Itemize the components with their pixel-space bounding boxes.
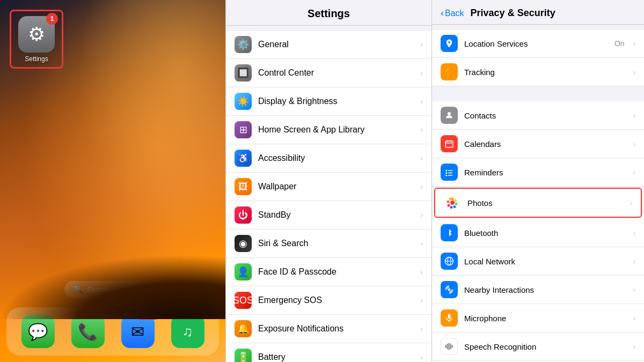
back-label: Back — [445, 9, 464, 18]
bluetooth-privacy-label: Bluetooth — [464, 228, 618, 238]
chevron-right-icon: › — [420, 69, 423, 77]
settings-header: Settings — [226, 0, 431, 26]
settings-item-battery[interactable]: 🔋Battery› — [226, 343, 431, 362]
homescreen-icon: ⊞ — [235, 121, 252, 138]
photos-privacy-label: Photos — [467, 198, 615, 208]
battery-icon: 🔋 — [235, 349, 252, 362]
faceid-label: Face ID & Passcode — [258, 267, 414, 277]
privacy-item-localnet[interactable]: Local Network› — [432, 247, 644, 276]
chevron-right-icon: › — [420, 239, 423, 248]
settings-item-display[interactable]: ☀️Display & Brightness› — [226, 87, 431, 116]
svg-point-0 — [448, 112, 451, 115]
calendars-privacy-label: Calendars — [464, 139, 618, 149]
privacy-title: Privacy & Security — [471, 8, 555, 19]
back-button[interactable]: ‹ Back — [441, 8, 464, 19]
settings-item-emergency[interactable]: SOSEmergency SOS› — [226, 286, 431, 315]
privacy-item-tracking[interactable]: 🔶Tracking› — [432, 58, 644, 86]
control-center-label: Control Center — [258, 68, 414, 78]
dock-mail[interactable]: ✉ 146,278 — [121, 315, 155, 348]
localnet-privacy-label: Local Network — [464, 257, 618, 266]
settings-item-faceid[interactable]: 👤Face ID & Passcode› — [226, 258, 431, 286]
settings-item-standby[interactable]: ⏻StandBy› — [226, 201, 431, 230]
chevron-right-icon: › — [633, 314, 635, 322]
chevron-left-icon: ‹ — [441, 8, 444, 19]
settings-title: Settings — [308, 8, 350, 19]
nearby-privacy-icon — [441, 281, 458, 298]
chevron-right-icon: › — [633, 40, 635, 48]
privacy-item-photos[interactable]: Photos› — [434, 188, 642, 218]
dock: 💬 📞 ✉ 146,278 ♫ — [6, 307, 219, 356]
svg-point-9 — [445, 175, 447, 176]
svg-rect-28 — [449, 343, 450, 350]
svg-point-5 — [445, 170, 447, 172]
chevron-right-icon: › — [633, 68, 635, 76]
settings-item-wallpaper[interactable]: 🖼Wallpaper› — [226, 173, 431, 201]
settings-item-control-center[interactable]: 🔲Control Center› — [226, 59, 431, 87]
settings-item-general[interactable]: ⚙️General› — [226, 30, 431, 59]
svg-point-17 — [448, 204, 450, 207]
contacts-privacy-label: Contacts — [464, 111, 618, 120]
privacy-item-speech[interactable]: Speech Recognition› — [432, 333, 644, 361]
privacy-item-microphone[interactable]: Microphone› — [432, 304, 644, 333]
calendars-privacy-icon — [441, 135, 458, 152]
wallpaper-icon: 🖼 — [235, 178, 252, 195]
general-icon: ⚙️ — [235, 36, 252, 53]
section-separator — [432, 86, 644, 101]
settings-app-highlighted[interactable]: ⚙ 1 Settings — [10, 10, 63, 69]
display-label: Display & Brightness — [258, 97, 414, 106]
dock-messages[interactable]: 💬 — [21, 315, 55, 348]
settings-item-siri[interactable]: ◉Siri & Search› — [226, 230, 431, 258]
location-value: On — [614, 39, 625, 48]
phone-icon: 📞 — [78, 322, 98, 341]
settings-item-homescreen[interactable]: ⊞Home Screen & App Library› — [226, 116, 431, 144]
settings-item-exposure[interactable]: 🔔Exposure Notifications› — [226, 315, 431, 343]
localnet-privacy-icon — [441, 253, 458, 270]
svg-rect-27 — [447, 344, 448, 350]
chevron-right-icon: › — [420, 154, 423, 162]
chevron-right-icon: › — [420, 97, 423, 106]
mail-icon: ✉ — [131, 322, 144, 341]
svg-point-7 — [445, 172, 447, 174]
privacy-header: ‹ Back Privacy & Security — [432, 0, 644, 25]
chevron-right-icon: › — [633, 286, 635, 294]
search-bar-text: Search — [87, 285, 109, 293]
svg-rect-24 — [448, 314, 451, 319]
privacy-item-location[interactable]: Location ServicesOn› — [432, 29, 644, 58]
standby-label: StandBy — [258, 210, 414, 220]
chevron-right-icon: › — [420, 182, 423, 191]
privacy-item-contacts[interactable]: Contacts› — [432, 101, 644, 130]
faceid-icon: 👤 — [235, 263, 252, 280]
speech-privacy-label: Speech Recognition — [464, 342, 618, 351]
siri-icon: ◉ — [235, 235, 252, 252]
privacy-item-bluetooth[interactable]: Bluetooth› — [432, 219, 644, 247]
spotify-icon: ♫ — [182, 323, 193, 340]
dock-phone[interactable]: 📞 — [71, 315, 105, 348]
settings-icon-wrap: ⚙ 1 — [18, 16, 55, 53]
bluetooth-privacy-icon — [441, 224, 458, 241]
settings-app-label: Settings — [25, 55, 48, 63]
svg-point-23 — [448, 289, 451, 291]
general-label: General — [258, 40, 414, 49]
messages-icon: 💬 — [28, 322, 48, 341]
privacy-item-calendars[interactable]: Calendars› — [432, 130, 644, 158]
chevron-right-icon: › — [633, 229, 635, 237]
svg-point-11 — [450, 201, 455, 205]
contacts-privacy-icon — [441, 107, 458, 124]
settings-list: ⚙️General›🔲Control Center›☀️Display & Br… — [226, 26, 431, 362]
chevron-right-icon: › — [420, 211, 423, 219]
chevron-right-icon: › — [633, 257, 635, 265]
emergency-icon: SOS — [235, 292, 252, 309]
chevron-right-icon: › — [630, 199, 632, 207]
reminders-privacy-label: Reminders — [464, 168, 618, 177]
microphone-privacy-icon — [441, 309, 458, 327]
privacy-item-nearby[interactable]: Nearby Interactions› — [432, 276, 644, 304]
settings-item-accessibility[interactable]: ♿Accessibility› — [226, 144, 431, 173]
settings-panel: Settings ⚙️General›🔲Control Center›☀️Dis… — [225, 0, 432, 362]
search-bar[interactable]: 🔍 Search — [64, 281, 161, 298]
privacy-item-reminders[interactable]: Reminders› — [432, 158, 644, 187]
exposure-icon: 🔔 — [235, 320, 252, 337]
homescreen-label: Home Screen & App Library — [258, 125, 414, 135]
privacy-list: Location ServicesOn›🔶Tracking›Contacts›C… — [432, 25, 644, 362]
emergency-label: Emergency SOS — [258, 295, 414, 305]
dock-spotify[interactable]: ♫ — [171, 315, 204, 348]
